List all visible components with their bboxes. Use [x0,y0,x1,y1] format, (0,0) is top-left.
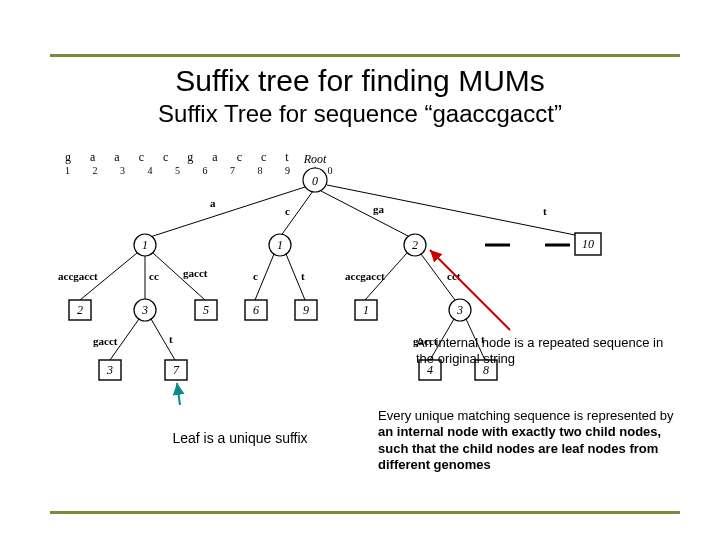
node-id: 2 [412,238,418,252]
page-subtitle: Suffix Tree for sequence “gaaccgacct” [0,100,720,128]
leaf-id: 2 [77,303,83,317]
node-id: 1 [277,238,283,252]
note-mum: Every unique matching sequence is repres… [378,408,678,473]
edge [150,187,305,237]
note-internal-node: An internal node is a repeated sequence … [416,335,676,366]
edge-label-t: t [543,205,547,217]
leaf-id: 10 [582,237,594,251]
node-id: 3 [456,303,463,317]
node-id: 3 [141,303,148,317]
leaf-id: 7 [173,363,180,377]
divider-top [50,54,680,57]
leaf-id: 9 [303,303,309,317]
arrow-internal-node [430,250,510,330]
note-mum-pre: Every unique matching sequence is repres… [378,408,674,423]
node-id: 1 [142,238,148,252]
edge-label-a: a [210,197,216,209]
edge-label: gacct [183,267,208,279]
note-leaf: Leaf is a unique suffix [130,430,350,446]
page-title: Suffix tree for finding MUMs [0,64,720,98]
edge-label-c: c [285,205,290,217]
edge-label: t [169,333,173,345]
edge-label: c [253,270,258,282]
arrow-leaf-node [177,383,180,405]
edge-label-ga: ga [373,203,385,215]
edge-label: t [301,270,305,282]
leaf-id: 3 [106,363,113,377]
divider-bottom [50,511,680,514]
edge-label: cct [447,270,461,282]
root-label: Root [303,152,327,166]
note-mum-bold: an internal node with exactly two child … [378,424,661,472]
leaf-id: 5 [203,303,209,317]
edge [321,191,410,237]
leaf-id: 6 [253,303,259,317]
edge-label: gacct [93,335,118,347]
leaf-id: 1 [363,303,369,317]
edge-label: cc [149,270,159,282]
root-node-id: 0 [312,174,318,188]
edge-label: accgacct [345,270,385,282]
edge-label: accgacct [58,270,98,282]
